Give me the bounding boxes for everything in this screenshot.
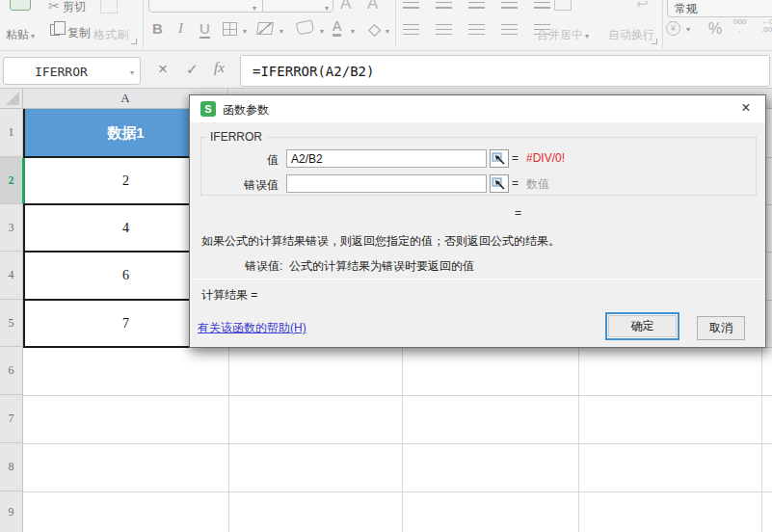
row-header-4-label: 4 — [9, 268, 14, 282]
borders-icon[interactable] — [223, 22, 237, 36]
paste-button[interactable]: 粘贴▾ — [6, 27, 35, 43]
insert-function-icon[interactable]: fx — [214, 60, 225, 76]
decrease-indent-icon[interactable] — [501, 0, 518, 9]
wrap-text-button[interactable]: 自动换行 — [608, 27, 654, 43]
param-hint: 错误值: 公式的计算结果为错误时要返回的值 — [245, 258, 474, 275]
row-header-9-label: 9 — [9, 505, 14, 519]
align-top-icon[interactable] — [403, 0, 419, 9]
font-name-combo[interactable]: ▾ ▾ — [148, 0, 333, 13]
chevron-down-icon: ▾ — [280, 27, 283, 36]
row-header-3[interactable]: 3 — [0, 204, 23, 252]
table-border-left — [23, 109, 25, 347]
row-header-2[interactable]: 2 — [0, 157, 23, 204]
copy-button[interactable]: 复制 — [67, 25, 91, 41]
row-header-6[interactable]: 6 — [0, 347, 23, 395]
percent-style-icon[interactable]: % — [708, 20, 722, 38]
fill-color-icon[interactable] — [296, 19, 314, 35]
range-picker-icon[interactable] — [490, 174, 509, 193]
shrink-font-icon[interactable]: A — [367, 0, 378, 13]
ok-button[interactable]: 确定 — [605, 312, 679, 340]
justify-icon[interactable] — [501, 24, 518, 36]
select-all-corner[interactable] — [0, 89, 23, 108]
formula-input[interactable]: =IFERROR(A2/B2) — [240, 55, 770, 87]
chevron-down-icon: ▾ — [253, 4, 256, 13]
close-icon[interactable]: × — [736, 99, 756, 117]
function-help-link[interactable]: 有关该函数的帮助(H) — [198, 320, 306, 336]
align-center-icon[interactable] — [436, 24, 452, 36]
cut-button[interactable]: ✂ 剪切 — [48, 0, 86, 15]
increase-indent-icon[interactable] — [534, 0, 550, 9]
select-all-triangle-icon — [6, 92, 19, 105]
errorvalue-field-input[interactable] — [286, 174, 487, 193]
formula-bar: IFERROR ▾ × ✓ fx =IFERROR(A2/B2) — [0, 52, 772, 89]
dialog-separator — [190, 279, 765, 279]
align-middle-icon[interactable] — [436, 0, 452, 9]
function-arguments-dialog: S 函数参数 × IFERROR 值 A2/B2 = #DIV/0! 错误值 =… — [189, 94, 766, 348]
cancel-button[interactable]: 取消 — [697, 316, 745, 340]
row-header-9[interactable]: 9 — [0, 492, 23, 532]
increase-decimal-icon[interactable]: ←0.00 — [761, 18, 772, 34]
value-field-input[interactable]: A2/B2 — [286, 149, 487, 168]
font-color-letter: A — [333, 18, 341, 34]
comma-style-icon[interactable]: 000, — [733, 18, 746, 34]
equals-sign: = — [512, 151, 519, 165]
format-painter-label: 格式刷 — [93, 28, 128, 41]
cell-a2-value: 2 — [122, 173, 129, 189]
cut-label: 剪切 — [63, 0, 86, 13]
row-header-6-label: 6 — [9, 363, 14, 378]
cancel-entry-icon[interactable]: × — [158, 60, 168, 79]
value-field-text: A2/B2 — [291, 152, 323, 166]
gridline — [23, 443, 772, 444]
gridline — [23, 492, 772, 492]
name-box-value: IFERROR — [35, 65, 88, 79]
equals-sign: = — [512, 176, 519, 190]
row-header-2-label: 2 — [9, 173, 14, 188]
dialog-titlebar[interactable]: S 函数参数 × — [190, 95, 765, 122]
calc-result-label: 计算结果 = — [201, 287, 257, 304]
format-painter-icon — [100, 0, 118, 13]
chevron-down-icon: ▾ — [31, 32, 35, 40]
row-header-7[interactable]: 7 — [0, 395, 23, 443]
paste-icon[interactable] — [10, 0, 31, 11]
thousands-label: 000 — [733, 17, 746, 26]
format-painter-button[interactable]: 格式刷 — [93, 27, 128, 43]
row-header-1[interactable]: 1 — [0, 109, 23, 157]
grow-font-icon[interactable]: A — [340, 0, 351, 13]
align-bottom-icon[interactable] — [468, 0, 485, 9]
range-picker-icon[interactable] — [490, 149, 509, 168]
group-separator — [395, 0, 396, 48]
row-header-8[interactable]: 8 — [0, 443, 23, 492]
cell-a4-value: 6 — [122, 268, 129, 283]
alignment-dialog-launcher-icon[interactable] — [652, 39, 657, 44]
combo-divider — [262, 0, 263, 12]
chevron-down-icon: ▾ — [585, 32, 589, 40]
active-cell-indicator — [22, 158, 25, 203]
font-color-icon[interactable]: A — [333, 19, 341, 37]
cancel-glyph: × — [158, 60, 168, 78]
underline-button[interactable]: U — [200, 20, 210, 39]
italic-button[interactable]: I — [178, 20, 183, 37]
ok-button-face: 确定 — [608, 315, 677, 337]
errorvalue-field-label: 错误值 — [201, 177, 279, 194]
name-box[interactable]: IFERROR ▾ — [3, 57, 141, 85]
close-glyph: × — [741, 99, 750, 116]
align-left-icon[interactable] — [403, 24, 419, 36]
row-header-5[interactable]: 5 — [0, 300, 23, 347]
align-right-icon[interactable] — [468, 24, 485, 36]
ribbon: 粘贴▾ ✂ 剪切 复制 格式刷 ▾ ▾ A A B I U ▾ ▾ ▾ A ▾ … — [0, 0, 772, 51]
bold-button[interactable]: B — [152, 20, 163, 37]
currency-icon[interactable]: ¥ — [666, 21, 680, 36]
errorvalue-field-result: 数值 — [526, 176, 549, 193]
merge-center-button[interactable]: 合并居中▾ — [537, 27, 589, 43]
row-header-5-label: 5 — [9, 316, 14, 331]
enter-entry-icon[interactable]: ✓ — [186, 61, 199, 78]
copy-label: 复制 — [67, 26, 91, 40]
number-format-combo[interactable]: 常规 — [667, 0, 772, 17]
clipboard-dialog-launcher-icon[interactable] — [131, 39, 137, 44]
draw-border-icon[interactable] — [256, 22, 274, 35]
function-description: 如果公式的计算结果错误，则返回您指定的值；否则返回公式的结果。 — [201, 233, 756, 250]
merge-center-label: 合并居中 — [537, 28, 583, 41]
row-header-4[interactable]: 4 — [0, 252, 23, 300]
eraser-icon[interactable]: ◇ — [368, 19, 381, 40]
row-header-1-label: 1 — [9, 125, 14, 140]
